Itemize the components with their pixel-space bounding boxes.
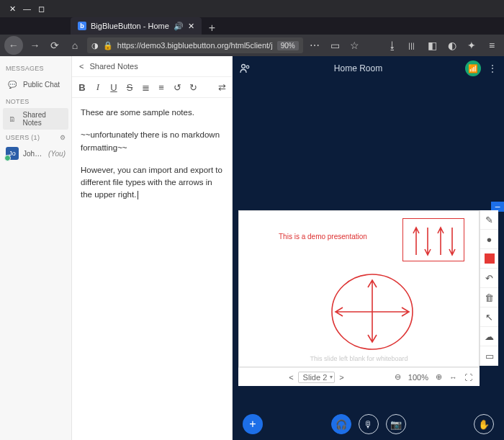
presentation-demo-text: This is a demo presentation [279,233,367,241]
actions-plus-button[interactable]: + [243,414,263,434]
notes-icon: 🗎 [6,112,19,125]
mute-button[interactable]: 🎙 [359,414,379,434]
prev-slide-button[interactable]: < [289,373,293,382]
shield-icon: ◑ [91,41,99,50]
slide-area[interactable]: This is a demo presentation [238,210,480,367]
notes-para: These are some sample notes. [81,107,223,119]
shared-notes-item[interactable]: 🗎 Shared Notes [3,108,68,130]
addon1-icon[interactable]: ◐ [444,37,460,53]
public-chat-item[interactable]: 💬 Public Chat [3,75,68,94]
notes-para: ~~unfortunately there is no markdown for… [81,129,223,154]
zoom-out-button[interactable]: ⊖ [395,372,401,382]
os-titlebar: ✕ — ◻ [0,0,504,17]
slide-nav-toolbar: < Slide 2 > ⊖ 100% ⊕ ↔ ⛶ [238,367,480,386]
slide-footer-text: This slide left blank for whiteboard [239,355,479,362]
webcam-button[interactable]: 📷 [386,414,406,434]
whiteboard-rect-annotation [402,218,464,261]
user-list-item[interactable]: Jo John Per… (You) [3,144,68,163]
gear-icon[interactable]: ⚙ [60,134,66,141]
whiteboard-circle-annotation [325,269,419,355]
unordered-list-button[interactable]: ≡ [157,82,166,93]
lock-icon: 🔒 [103,41,113,50]
notes-pane-header: < Shared Notes [72,56,232,77]
fullscreen-button[interactable]: ⛶ [464,373,472,382]
collapse-notes-button[interactable]: < [79,62,84,71]
tool-clear-button[interactable]: 🗑 [480,288,498,307]
tab-title: BigBlueButton - Home [91,22,169,30]
window-close-icon[interactable]: ✕ [9,5,16,12]
chat-icon: 💬 [6,78,19,91]
tool-thickness-button[interactable]: ● [480,230,498,249]
app-menu-icon[interactable]: ≡ [484,37,500,53]
ordered-list-button[interactable]: ≣ [141,82,150,93]
connection-status-button[interactable]: 📶 [465,60,481,76]
public-chat-label: Public Chat [23,81,60,89]
nav-reload-button[interactable]: ⟳ [47,37,63,53]
url-text: https://demo3.bigbluebutton.org/html5cli… [117,41,273,50]
url-bar[interactable]: ◑ 🔒 https://demo3.bigbluebutton.org/html… [87,37,303,53]
tool-pointer-button[interactable]: ↖ [480,307,498,327]
browser-tabstrip: b BigBlueButton - Home 🔊 ✕ + [0,17,504,35]
users-header-label: USERS (1) [6,134,40,141]
reader-icon[interactable]: ▭ [327,37,343,53]
messages-section-header: MESSAGES [3,60,68,75]
svg-point-0 [242,65,246,68]
nav-home-button[interactable]: ⌂ [67,37,83,53]
next-slide-button[interactable]: > [339,373,343,382]
tool-pencil-button[interactable]: ✎ [480,210,498,230]
browser-toolbar: ← → ⟳ ⌂ ◑ 🔒 https://demo3.bigbluebutton.… [0,35,504,56]
notes-editor[interactable]: These are some sample notes. ~~unfortuna… [72,98,232,220]
zoom-in-button[interactable]: ⊕ [436,372,442,382]
nav-forward-button[interactable]: → [27,37,43,53]
tool-multiuser-button[interactable]: ☁ [480,327,498,346]
user-list-panel: MESSAGES 💬 Public Chat NOTES 🗎 Shared No… [0,56,72,440]
users-section-header: USERS (1) ⚙ [3,130,68,144]
user-name-label: John Per… [23,150,44,158]
action-bar: + 🎧 🎙 📷 ✋ [233,414,504,434]
options-menu-button[interactable]: ⋮ [488,63,497,73]
notes-section-header: NOTES [3,94,68,108]
sidebar-toggle-icon[interactable]: ◧ [424,37,440,53]
tool-pan-button[interactable]: ▭ [480,346,498,366]
zoom-level-label: 100% [408,373,428,382]
tool-color-button[interactable] [480,249,498,269]
raise-hand-button[interactable]: ✋ [474,414,494,434]
tab-favicon-icon: b [78,22,86,30]
room-title: Home Room [258,63,458,73]
user-you-label: (You) [48,150,66,158]
svg-point-1 [246,66,249,68]
browser-tab[interactable]: b BigBlueButton - Home 🔊 ✕ [71,17,202,35]
stage-header: Home Room 📶 ⋮ [233,56,504,81]
library-icon[interactable]: ⫼ [404,37,420,53]
fit-width-button[interactable]: ↔ [449,373,457,382]
notes-para: However, you can import and export to di… [81,164,223,202]
bookmark-star-icon[interactable]: ☆ [347,37,363,53]
toggle-userlist-button[interactable] [240,63,251,73]
nav-back-button[interactable]: ← [4,36,23,55]
underline-button[interactable]: U [109,82,118,93]
bold-button[interactable]: B [78,82,86,93]
presentation-wrap: – This is a demo presentation [238,210,498,386]
editor-toolbar: B I U S ≣ ≡ ↺ ↻ ⇄ [72,77,232,98]
window-minimize-icon[interactable]: — [23,5,30,12]
tool-undo-button[interactable]: ↶ [480,269,498,288]
shared-notes-label: Shared Notes [23,111,66,127]
addon2-icon[interactable]: ✦ [464,37,480,53]
italic-button[interactable]: I [94,81,102,93]
zoom-indicator[interactable]: 90% [277,41,299,50]
window-maximize-icon[interactable]: ◻ [37,5,45,12]
slide-select-dropdown[interactable]: Slide 2 [298,372,336,383]
downloads-icon[interactable]: ⭳ [384,37,400,53]
notes-pane-title: Shared Notes [89,62,138,71]
strike-button[interactable]: S [125,82,134,93]
whiteboard-toolbar: ✎ ● ↶ 🗑 ↖ ☁ ▭ [480,210,498,366]
new-tab-button[interactable]: + [202,22,222,35]
page-actions-icon[interactable]: ⋯ [307,37,323,53]
tab-close-icon[interactable]: ✕ [188,22,194,31]
redo-button[interactable]: ↻ [189,82,197,93]
undo-button[interactable]: ↺ [173,82,181,93]
import-export-button[interactable]: ⇄ [217,82,226,93]
tab-audio-icon[interactable]: 🔊 [174,22,184,31]
audio-button[interactable]: 🎧 [331,414,351,434]
app-root: MESSAGES 💬 Public Chat NOTES 🗎 Shared No… [0,56,504,440]
